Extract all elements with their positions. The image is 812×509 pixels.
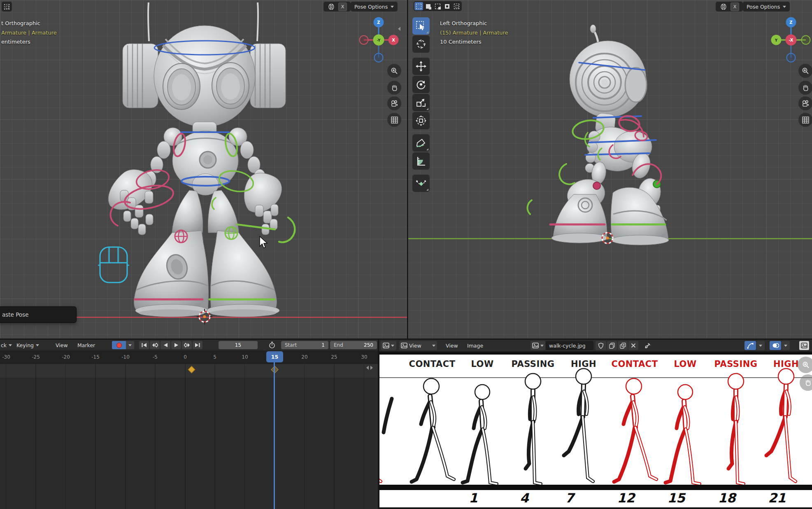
viewport-info-overlay-side: Left Orthographic (15) Armature | Armatu… — [440, 19, 508, 47]
walk-figure-high — [559, 366, 608, 489]
new-image-button[interactable] — [607, 341, 617, 350]
viewport-front[interactable]: X Pose Options t Orthographic Armature |… — [0, 0, 407, 339]
stopwatch-icon[interactable] — [268, 341, 276, 349]
editor-type-dropdown[interactable] — [381, 341, 396, 350]
select-mode-intersect-button[interactable] — [2, 2, 12, 12]
mirror-x-toggle[interactable]: X — [338, 2, 347, 11]
pin-button[interactable] — [642, 341, 652, 350]
end-frame-field[interactable]: End250 — [330, 341, 377, 349]
menu-image[interactable]: Image — [465, 341, 485, 350]
viewport-info-overlay: t Orthographic Armature | Armature entim… — [1, 19, 57, 47]
gizmos-dropdown[interactable] — [756, 341, 765, 350]
jump-to-next-keyframe-button[interactable] — [182, 341, 192, 349]
tool-pose-breakdowner[interactable] — [412, 175, 430, 192]
zoom-button-side[interactable] — [798, 64, 812, 78]
grid-scale-text: entimeters — [1, 37, 57, 47]
current-frame-field[interactable]: 15 — [219, 341, 258, 349]
chevron-down-icon — [391, 6, 394, 8]
zoom-button[interactable] — [387, 64, 401, 78]
editor-mode-dropdown[interactable]: View — [399, 341, 437, 350]
timeline-keyframe-area[interactable] — [0, 364, 378, 509]
active-object-text: (15) Armature | Armature — [440, 28, 508, 38]
select-mode-difference[interactable] — [443, 2, 451, 10]
header-tool-settings: X — [323, 2, 351, 12]
image-name-field[interactable]: walk-cycle.jpg — [546, 341, 593, 350]
start-frame-field[interactable]: Start1 — [281, 341, 328, 349]
current-frame-badge[interactable]: 15 — [266, 351, 283, 362]
tool-move[interactable] — [412, 58, 430, 75]
viewport-side[interactable]: X Pose Options — [408, 0, 812, 339]
svg-text:Z: Z — [789, 20, 792, 25]
image-editor[interactable]: View View Image walk-cycle.jpg — [379, 340, 812, 509]
toolbar — [412, 17, 430, 193]
mirror-x-toggle-side[interactable]: X — [731, 2, 739, 11]
menu-keying[interactable]: Keying — [16, 340, 39, 350]
browse-image-dropdown[interactable] — [530, 341, 545, 350]
grid-ortho-toggle-button[interactable] — [387, 113, 401, 127]
jump-to-end-button[interactable] — [193, 341, 202, 349]
keying-set-dropdown[interactable] — [126, 341, 134, 349]
menu-view-image-editor[interactable]: View — [444, 341, 460, 350]
screencast-mouse-overlay — [98, 245, 131, 285]
select-mode-set[interactable] — [414, 2, 423, 10]
pan-hand-button-side[interactable] — [798, 81, 812, 95]
operator-tooltip: aste Pose — [0, 306, 77, 323]
walk-cycle-reference-image[interactable]: CONTACT LOW PASSING HIGH CONTACT LOW PAS… — [379, 353, 812, 507]
overlays-toggle-button[interactable] — [770, 341, 781, 350]
tool-rotate[interactable] — [412, 76, 430, 93]
robot-side-head — [570, 25, 647, 117]
image-icon-button[interactable] — [799, 341, 809, 350]
menu-marker[interactable]: Marker — [77, 340, 95, 350]
gizmos-toggle-button[interactable] — [745, 341, 756, 350]
tool-transform[interactable] — [412, 112, 430, 129]
x-mirror-butterfly-icon[interactable] — [719, 4, 728, 10]
frame-number: 12 — [610, 490, 642, 505]
axis-gizmo[interactable]: Z X -Y — [354, 16, 404, 66]
walk-figure-low — [458, 366, 507, 489]
pose-options-dropdown[interactable]: Pose Options — [351, 2, 398, 12]
timeline-editor[interactable]: ck Keying View Marker 15 Start1 End250 — [0, 340, 378, 509]
menu-playback[interactable]: ck — [1, 340, 12, 350]
grid-scale-text: 10 Centimeters — [440, 37, 508, 47]
timeline-ruler[interactable]: -30 -25 -20 -15 -10 -5 0 5 10 20 25 30 1… — [0, 350, 378, 364]
pack-image-button[interactable] — [618, 341, 628, 350]
tool-measure[interactable] — [412, 152, 430, 170]
chevron-right-icon — [370, 366, 373, 370]
axis-gizmo-side[interactable]: Z Y -X — [766, 16, 812, 66]
zoom-overlay-button[interactable] — [798, 357, 812, 373]
walk-figure-passing — [508, 366, 558, 489]
play-button[interactable] — [171, 341, 181, 349]
x-mirror-butterfly-icon[interactable] — [327, 4, 335, 10]
sidebar-toggle-icon[interactable] — [398, 27, 400, 31]
playhead[interactable] — [274, 362, 275, 509]
camera-view-button-side[interactable] — [798, 96, 812, 110]
chevron-left-icon — [366, 366, 369, 370]
jump-to-start-button[interactable] — [139, 341, 149, 349]
region-resize-chevrons[interactable] — [366, 366, 373, 370]
menu-view[interactable]: View — [56, 340, 68, 350]
select-mode-subtract[interactable] — [433, 2, 442, 10]
overlays-dropdown[interactable] — [782, 341, 790, 350]
tool-select-box[interactable] — [412, 17, 430, 35]
auto-keying-record-button[interactable] — [112, 341, 126, 349]
pan-hand-button[interactable] — [387, 81, 401, 95]
record-dot-icon — [116, 343, 122, 348]
select-mode-extend[interactable] — [424, 2, 433, 10]
fake-user-shield-button[interactable] — [596, 341, 606, 350]
frame-number: 7 — [553, 490, 586, 505]
tool-scale[interactable] — [412, 94, 430, 111]
pose-options-label: Pose Options — [354, 4, 388, 10]
view-name-text: Left Orthographic — [440, 19, 508, 28]
select-mode-intersect[interactable] — [452, 2, 461, 10]
jump-to-prev-keyframe-button[interactable] — [150, 341, 160, 349]
pose-options-dropdown-side[interactable]: Pose Options — [743, 2, 790, 12]
select-intersect-icon — [4, 4, 9, 9]
svg-text:X: X — [392, 38, 395, 42]
frame-number: 18 — [710, 490, 743, 505]
grid-ortho-toggle-button-side[interactable] — [798, 113, 812, 127]
tool-annotate[interactable] — [412, 134, 430, 152]
play-reverse-button[interactable] — [161, 341, 170, 349]
camera-view-button[interactable] — [387, 96, 401, 110]
unlink-image-button[interactable] — [628, 341, 638, 350]
tool-cursor[interactable] — [412, 35, 430, 53]
